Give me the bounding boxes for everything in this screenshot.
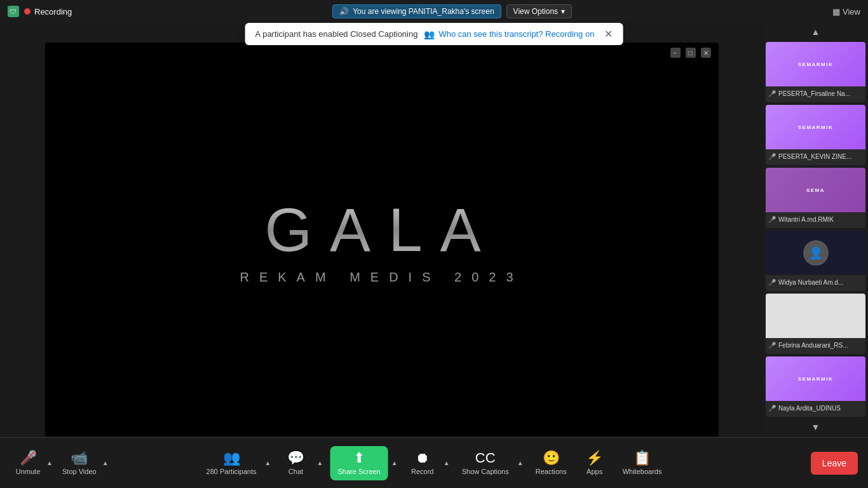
person-avatar: 👤 — [803, 240, 829, 266]
chat-icon: 💬 — [287, 451, 304, 465]
participant-thumb — [766, 294, 865, 338]
semarmik-background: SEMA — [766, 168, 865, 212]
people-icon: 👥 — [424, 29, 435, 39]
apps-icon: ⚡ — [586, 451, 603, 465]
participant-thumb: SEMARMIK — [766, 105, 865, 149]
captions-icon: CC — [475, 451, 496, 465]
stop-video-label: Stop Video — [62, 468, 97, 475]
grid-icon: ▦ — [832, 7, 840, 17]
shield-icon: 🛡 — [8, 6, 19, 17]
recording-label: Recording — [34, 7, 72, 17]
list-item: SEMA 🎤 Witantri A.md.RMIK — [766, 168, 865, 228]
toolbar-left: 🎤 Unmute ▲ 📹 Stop Video ▲ — [10, 447, 111, 479]
list-item: SEMARMIK 🎤 PESERTA_Firsaline Na... — [766, 42, 865, 102]
share-screen-icon: ⬆ — [353, 451, 365, 465]
notification-text: A participant has enabled Closed Caption… — [255, 29, 418, 39]
participants-caret[interactable]: ▲ — [262, 452, 273, 475]
chat-button[interactable]: 💬 Chat — [278, 447, 313, 479]
participant-thumb: 👤 — [766, 231, 865, 275]
mic-muted-icon: 🎤 — [768, 216, 776, 223]
top-bar: 🛡 Recording 🔊 You are viewing PANITIA_Ra… — [0, 0, 868, 23]
semarmik-background: SEMARMIK — [766, 105, 865, 149]
list-item: 👤 🎤 Widya Nurbaeti Am.d... — [766, 231, 865, 291]
record-label: Record — [411, 468, 433, 475]
record-caret[interactable]: ▲ — [442, 452, 452, 475]
panel-scroll-up-button[interactable]: ▲ — [763, 23, 868, 41]
list-item: SEMARMIK 🎤 PESERTA_KEVIN ZINE... — [766, 105, 865, 165]
participants-button[interactable]: 👥 280 Participants — [201, 447, 262, 479]
close-window-button[interactable]: ✕ — [701, 48, 711, 58]
semarmik-background: SEMARMIK — [766, 42, 865, 86]
notification-who[interactable]: 👥 Who can see this transcript? Recording… — [424, 29, 594, 39]
view-options-label: View Options — [513, 7, 558, 16]
participant-name: 🎤 Febrina Anduarani_RS... — [766, 338, 865, 352]
whiteboards-button[interactable]: 📋 Whiteboards — [618, 447, 667, 479]
stop-video-button[interactable]: 📹 Stop Video — [57, 447, 102, 479]
participant-name: 🎤 Nayla Ardita_UDINUS — [766, 401, 865, 415]
right-panel: ▲ SEMARMIK 🎤 PESERTA_Firsaline Na... SEM… — [763, 23, 868, 437]
record-button[interactable]: ⏺ Record — [405, 447, 440, 479]
chevron-down-icon: ▾ — [561, 7, 565, 16]
gala-subtitle: REKAM MEDIS 2023 — [240, 270, 523, 285]
participant-thumb: SEMA — [766, 168, 865, 212]
mic-muted-icon: 🎤 — [768, 90, 776, 97]
recording-badge: 🛡 Recording — [8, 6, 72, 17]
list-item: SEMARMIK 🎤 Nayla Ardita_UDINUS — [766, 356, 865, 417]
notification-bar: A participant has enabled Closed Caption… — [245, 23, 623, 45]
speaker-icon: 🔊 — [339, 7, 349, 16]
unmute-button[interactable]: 🎤 Unmute — [10, 447, 46, 479]
mic-muted-icon: 🎤 — [768, 405, 776, 412]
captions-caret[interactable]: ▲ — [515, 452, 526, 475]
unmute-caret[interactable]: ▲ — [44, 452, 55, 475]
view-label: View — [843, 7, 860, 17]
top-center: 🔊 You are viewing PANITIA_Rakha's screen… — [332, 4, 572, 18]
semarmik-background: SEMARMIK — [766, 356, 865, 401]
reactions-icon: 🙂 — [543, 451, 560, 465]
reactions-label: Reactions — [536, 468, 567, 475]
apps-button[interactable]: ⚡ Apps — [577, 447, 613, 479]
share-screen-label: Share Screen — [337, 468, 380, 475]
screen-viewing-text: You are viewing PANITIA_Rakha's screen — [353, 7, 494, 16]
show-captions-label: Show Captions — [462, 468, 509, 475]
apps-label: Apps — [587, 468, 602, 475]
chat-caret[interactable]: ▲ — [315, 452, 325, 475]
show-captions-button[interactable]: CC Show Captions — [457, 447, 514, 479]
record-icon: ⏺ — [416, 451, 430, 465]
microphone-muted-icon: 🎤 — [20, 451, 37, 465]
list-item: 🎤 Febrina Anduarani_RS... — [766, 294, 865, 354]
gala-title: GALA — [264, 195, 498, 265]
participants-label: 280 Participants — [207, 468, 257, 475]
screen-share-window: − □ ✕ GALA REKAM MEDIS 2023 — [45, 43, 719, 437]
participant-thumb: SEMARMIK — [766, 356, 865, 401]
share-screen-caret[interactable]: ▲ — [390, 452, 400, 475]
toolbar-center: 👥 280 Participants ▲ 💬 Chat ▲ ⬆ Share Sc… — [201, 446, 667, 480]
view-options-button[interactable]: View Options ▾ — [506, 4, 572, 18]
participant-name: 🎤 Witantri A.md.RMIK — [766, 212, 865, 226]
main-content: − □ ✕ GALA REKAM MEDIS 2023 — [0, 23, 763, 437]
participant-name: 🎤 PESERTA_Firsaline Na... — [766, 86, 865, 100]
toolbar-right: Leave — [811, 452, 858, 475]
gala-content: GALA REKAM MEDIS 2023 — [45, 43, 719, 437]
chat-label: Chat — [288, 468, 303, 475]
reactions-button[interactable]: 🙂 Reactions — [531, 447, 572, 479]
video-icon: 📹 — [71, 451, 88, 465]
view-toggle[interactable]: ▦ View — [832, 7, 860, 17]
mic-muted-icon: 🎤 — [768, 279, 776, 286]
leave-button[interactable]: Leave — [811, 452, 858, 475]
minimize-button[interactable]: − — [670, 48, 681, 58]
share-screen-button[interactable]: ⬆ Share Screen — [330, 446, 388, 480]
participants-icon: 👥 — [223, 451, 240, 465]
panel-scroll-down-button[interactable]: ▼ — [763, 418, 868, 436]
stop-video-caret[interactable]: ▲ — [100, 452, 111, 475]
mic-muted-icon: 🎤 — [768, 342, 776, 349]
notification-who-text: Who can see this transcript? Recording o… — [438, 29, 594, 39]
notification-close-button[interactable]: ✕ — [604, 28, 613, 40]
window-controls: − □ ✕ — [670, 48, 711, 58]
recording-indicator — [24, 8, 31, 15]
participant-thumb: SEMARMIK — [766, 42, 865, 86]
participant-name: 🎤 Widya Nurbaeti Am.d... — [766, 275, 865, 289]
mic-muted-icon: 🎤 — [768, 153, 776, 160]
restore-button[interactable]: □ — [686, 48, 696, 58]
screen-viewing-badge: 🔊 You are viewing PANITIA_Rakha's screen — [332, 4, 501, 18]
whiteboards-label: Whiteboards — [623, 468, 662, 475]
